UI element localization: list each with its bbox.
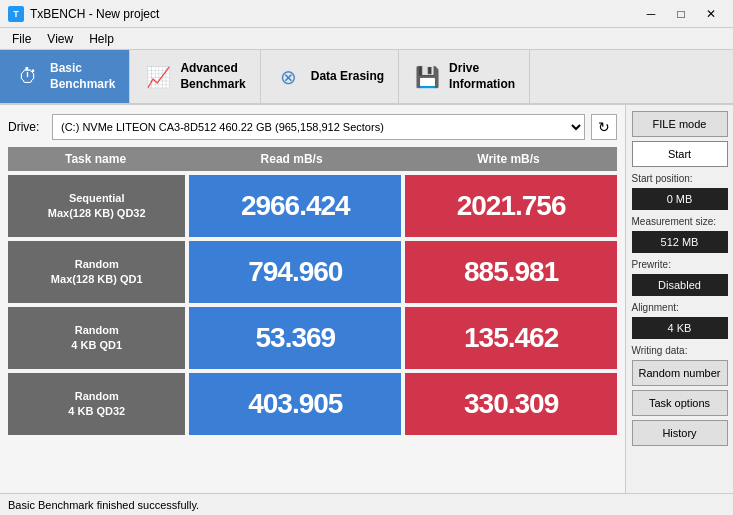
menu-view[interactable]: View xyxy=(39,30,81,48)
start-position-value: 0 MB xyxy=(632,188,728,210)
right-panel: FILE mode Start Start position: 0 MB Mea… xyxy=(625,105,733,493)
menu-file[interactable]: File xyxy=(4,30,39,48)
header-write: Write mB/s xyxy=(400,147,617,171)
row-2-label: RandomMax(128 KB) QD1 xyxy=(8,241,185,303)
row-4-read: 403.905 xyxy=(189,373,401,435)
data-erasing-icon: ⊗ xyxy=(275,63,303,91)
basic-benchmark-icon: ⏱ xyxy=(14,63,42,91)
title-bar: T TxBENCH - New project ─ □ ✕ xyxy=(0,0,733,28)
table-row: SequentialMax(128 KB) QD32 2966.424 2021… xyxy=(8,175,617,237)
main-content: Drive: (C:) NVMe LITEON CA3-8D512 460.22… xyxy=(0,105,733,493)
prewrite-label: Prewrite: xyxy=(632,259,728,270)
toolbar: ⏱ BasicBenchmark 📈 AdvancedBenchmark ⊗ D… xyxy=(0,50,733,105)
advanced-benchmark-icon: 📈 xyxy=(144,63,172,91)
basic-benchmark-label: BasicBenchmark xyxy=(50,61,115,92)
menu-help[interactable]: Help xyxy=(81,30,122,48)
window-title: TxBENCH - New project xyxy=(30,7,159,21)
left-panel: Drive: (C:) NVMe LITEON CA3-8D512 460.22… xyxy=(0,105,625,493)
table-row: Random4 KB QD1 53.369 135.462 xyxy=(8,307,617,369)
title-bar-controls: ─ □ ✕ xyxy=(637,4,725,24)
data-erasing-label: Data Erasing xyxy=(311,69,384,85)
measurement-size-value: 512 MB xyxy=(632,231,728,253)
header-task: Task name xyxy=(8,147,183,171)
prewrite-value: Disabled xyxy=(632,274,728,296)
start-button[interactable]: Start xyxy=(632,141,728,167)
row-4-label: Random4 KB QD32 xyxy=(8,373,185,435)
maximize-button[interactable]: □ xyxy=(667,4,695,24)
row-1-label: SequentialMax(128 KB) QD32 xyxy=(8,175,185,237)
row-3-label: Random4 KB QD1 xyxy=(8,307,185,369)
title-bar-left: T TxBENCH - New project xyxy=(8,6,159,22)
toolbar-drive-information[interactable]: 💾 DriveInformation xyxy=(399,50,530,103)
table-header: Task name Read mB/s Write mB/s xyxy=(8,147,617,171)
row-3-write: 135.462 xyxy=(405,307,617,369)
alignment-label: Alignment: xyxy=(632,302,728,313)
writing-data-label: Writing data: xyxy=(632,345,728,356)
header-read: Read mB/s xyxy=(183,147,400,171)
toolbar-basic-benchmark[interactable]: ⏱ BasicBenchmark xyxy=(0,50,130,103)
writing-data-button[interactable]: Random number xyxy=(632,360,728,386)
table-row: Random4 KB QD32 403.905 330.309 xyxy=(8,373,617,435)
minimize-button[interactable]: ─ xyxy=(637,4,665,24)
row-1-read: 2966.424 xyxy=(189,175,401,237)
app-icon: T xyxy=(8,6,24,22)
file-mode-button[interactable]: FILE mode xyxy=(632,111,728,137)
toolbar-data-erasing[interactable]: ⊗ Data Erasing xyxy=(261,50,399,103)
row-1-write: 2021.756 xyxy=(405,175,617,237)
toolbar-advanced-benchmark[interactable]: 📈 AdvancedBenchmark xyxy=(130,50,260,103)
close-button[interactable]: ✕ xyxy=(697,4,725,24)
benchmark-table: Task name Read mB/s Write mB/s Sequentia… xyxy=(8,147,617,485)
task-options-button[interactable]: Task options xyxy=(632,390,728,416)
menu-bar: File View Help xyxy=(0,28,733,50)
row-3-read: 53.369 xyxy=(189,307,401,369)
drive-information-icon: 💾 xyxy=(413,63,441,91)
status-text: Basic Benchmark finished successfully. xyxy=(8,499,199,511)
drive-refresh-button[interactable]: ↻ xyxy=(591,114,617,140)
drive-information-label: DriveInformation xyxy=(449,61,515,92)
row-2-write: 885.981 xyxy=(405,241,617,303)
advanced-benchmark-label: AdvancedBenchmark xyxy=(180,61,245,92)
start-position-label: Start position: xyxy=(632,173,728,184)
alignment-value: 4 KB xyxy=(632,317,728,339)
drive-select[interactable]: (C:) NVMe LITEON CA3-8D512 460.22 GB (96… xyxy=(52,114,585,140)
drive-label: Drive: xyxy=(8,120,46,134)
status-bar: Basic Benchmark finished successfully. xyxy=(0,493,733,515)
drive-row: Drive: (C:) NVMe LITEON CA3-8D512 460.22… xyxy=(8,113,617,141)
measurement-size-label: Measurement size: xyxy=(632,216,728,227)
table-row: RandomMax(128 KB) QD1 794.960 885.981 xyxy=(8,241,617,303)
row-2-read: 794.960 xyxy=(189,241,401,303)
history-button[interactable]: History xyxy=(632,420,728,446)
row-4-write: 330.309 xyxy=(405,373,617,435)
